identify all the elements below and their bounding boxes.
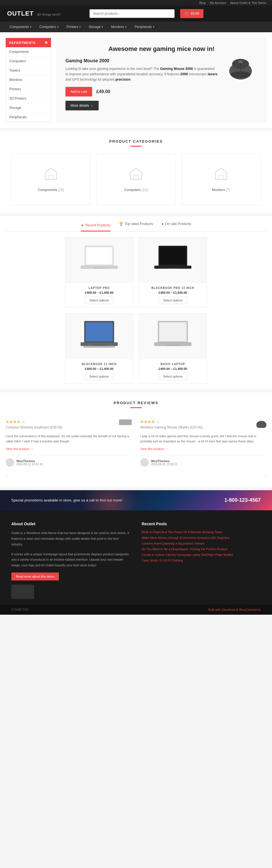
main-nav: Components ▾ Computers ▾ Printers ▾ Stor… [0,22,272,32]
select-options-btn-0[interactable]: Select options [85,297,113,304]
top-bar: Blog My Account About Outlet & This Demo [0,0,272,6]
sidebar-item-monitors[interactable]: Monitors [6,75,51,85]
tab-on-sale[interactable]: ● On sale Products [162,222,191,228]
nav-storage[interactable]: Storage ▾ [85,22,107,32]
footer-demo-button[interactable]: Read more about this demo [11,572,59,581]
review-next-arrow[interactable]: › [265,474,266,479]
footer-post-2[interactable]: Lessons learnt planning a big product re… [142,542,261,545]
svg-rect-17 [86,322,113,341]
sidebar-item-towers[interactable]: Towers [6,66,51,75]
nav-monitors[interactable]: Monitors ▾ [107,22,131,32]
chevron-down-icon: ▾ [102,26,103,28]
nav-printers[interactable]: Printers ▾ [63,22,85,32]
hero-product-image [223,58,257,81]
search-input[interactable] [89,9,174,18]
sidebar-item-peripherals[interactable]: Peripherals [6,113,51,122]
category-card-components[interactable]: Components (22) [11,154,91,205]
svg-rect-22 [159,322,186,341]
category-name-monitors: Monitors (7) [187,188,255,192]
category-card-computers[interactable]: Computers (12) [96,154,176,205]
hero-content: Awesome new gaming mice now in! Gaming M… [57,38,266,122]
more-details-button[interactable]: More details → [65,101,99,111]
onsale-icon: ● [162,222,164,226]
product-name-1: BLACKBOOK PRO 13 INCH [142,286,203,289]
tab-top-rated[interactable]: 🏆 Top rated Products [119,222,153,228]
svg-rect-19 [93,345,105,346]
footer-post-5[interactable]: Case Study: G.V.E.R Clothing [142,559,261,562]
sidebar-item-storage[interactable]: Storage [6,103,51,113]
computers-icon [128,165,144,182]
review-author-0: WooThemes 2015-09-11 10:47:18 [6,455,132,467]
add-to-cart-row: Add to cart £49.00 [65,87,218,96]
review-card-0: ★★★★★ Compact Wireless Keyboard (£39.00)… [6,415,132,471]
cart-button[interactable]: 🛒 £0.00 [180,9,203,18]
review-product-name-0: Compact Wireless Keyboard (£39.00) [6,425,62,429]
footer-about-title: About Outlet [11,522,130,526]
products-grid: LAPTOP PRO £400.00 – £1,400.00 Select op… [65,237,207,384]
product-categories-section: PRODUCT CATEGORIES Components (22) Compu… [0,131,272,213]
built-with-link[interactable]: Built with Storefront & WooCommerce [208,608,261,611]
review-prev-arrow[interactable]: ‹ [6,474,7,479]
nav-peripherals[interactable]: Peripherals ▾ [131,22,158,32]
laptop-pro-image [79,242,119,278]
svg-rect-24 [167,345,179,346]
review-card-1: ★★★★★ Wireless Gaming Mouse (Matte) (£24… [140,415,266,471]
promo-banner: Special promotions available in store, g… [0,490,272,510]
author-info-1: WooThemes 2015-09-15 12:59:21 [151,459,178,466]
select-options-btn-3[interactable]: Select options [159,373,187,380]
product-image-3 [139,314,207,359]
review-stars-0: ★★★★★ [6,420,62,424]
blog-link[interactable]: Blog [199,1,206,4]
product-name-2: BLACKBOOK 11 INCH [69,363,130,366]
reviews-underline [130,407,142,408]
footer-bottom: © Outlet 2021 Built with Storefront & Wo… [0,604,272,615]
category-grid: Components (22) Computers (12) Monitors … [6,154,266,205]
hero-section: DEPARTMENTS ⊞ Components Computers Tower… [0,32,272,128]
review-product-name-1: Wireless Gaming Mouse (Matte) (£24.00) [140,425,202,429]
my-account-link[interactable]: My Account [210,1,226,4]
product-info-2: BLACKBOOK 11 INCH £400.00 – £1,400.00 Se… [65,359,133,383]
view-product-link-1[interactable]: View this product → [140,447,168,451]
tab-recent-products[interactable]: ★ Recent Products [81,222,110,231]
select-options-btn-2[interactable]: Select options [85,373,113,380]
sidebar: DEPARTMENTS ⊞ Components Computers Tower… [6,38,51,122]
footer-posts-title: Recent Posts [142,522,261,526]
product-tabs: ★ Recent Products 🏆 Top rated Products ●… [6,222,266,231]
promo-phone: 1-800-123-4567 [224,497,261,503]
author-name-0: WooThemes [17,459,43,463]
review-stars-1: ★★★★★ [140,420,202,424]
product-image-2 [65,314,133,359]
sidebar-item-components[interactable]: Components [6,47,51,57]
footer-about-text: Outlet is a Storefront child theme that … [11,530,130,547]
footer-post-0[interactable]: Birds In Flight And The Power Of A Remot… [142,530,261,534]
svg-point-3 [238,60,243,63]
product-card-1: BLACKBOOK PRO 13 INCH £400.00 – £1,600.0… [139,237,207,308]
chevron-down-icon: ▾ [153,26,155,28]
sidebar-item-3dprinters[interactable]: 3D Printers [6,94,51,103]
footer-post-4[interactable]: Create a custom Canvas homepage using Si… [142,553,261,556]
product-info-1: BLACKBOOK PRO 13 INCH £400.00 – £1,600.0… [139,283,207,307]
footer-post-1[interactable]: Make More Money through Ecommerce Analyt… [142,536,261,539]
sidebar-item-printers[interactable]: Printers [6,85,51,94]
select-options-btn-1[interactable]: Select options [159,297,187,304]
review-text-1: I play a lot of video games and this mou… [140,434,266,444]
about-link[interactable]: About Outlet & This Demo [230,1,266,4]
logo[interactable]: OUTLET All things tech!! [6,10,61,17]
sidebar-item-computers[interactable]: Computers [6,57,51,66]
category-card-monitors[interactable]: Monitors (7) [181,154,261,205]
product-card-2: BLACKBOOK 11 INCH £400.00 – £1,400.00 Se… [65,313,133,384]
copyright: © Outlet 2021 [11,608,29,611]
author-info-0: WooThemes 2015-09-11 10:47:18 [17,459,43,466]
product-price-0: £400.00 – £1,400.00 [69,291,130,294]
footer-about-text2: It comes with a unique homepage layout t… [11,552,130,568]
add-to-cart-button[interactable]: Add to cart [65,87,92,96]
view-product-link-0[interactable]: View this product → [6,447,33,451]
product-image-1 [139,238,207,283]
toprated-icon: 🏆 [119,222,123,226]
svg-rect-6 [134,175,138,180]
nav-computers[interactable]: Computers ▾ [35,22,63,32]
product-price-1: £400.00 – £1,600.00 [142,291,203,294]
footer-post-3[interactable]: So You Want to Be a Dropshipper: Picking… [142,547,261,551]
review-date-0: 2015-09-11 10:47:18 [17,463,43,466]
nav-components[interactable]: Components ▾ [6,22,35,32]
